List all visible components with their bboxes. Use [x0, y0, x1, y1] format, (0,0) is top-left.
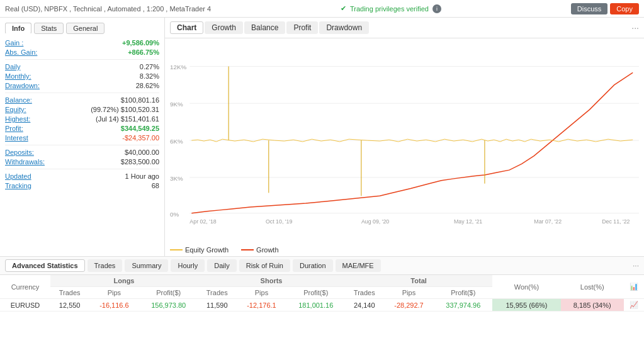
growth-dot — [241, 249, 254, 250]
interest-value: -$24,357.00 — [122, 134, 159, 142]
chart-tab-growth[interactable]: Growth — [205, 21, 243, 34]
longs-pips: Pips — [89, 287, 139, 299]
gain-row: Gain : +9,586.09% — [5, 39, 159, 47]
shorts-trades: Trades — [198, 287, 236, 299]
left-panel: Info Stats General Gain : +9,586.09% Abs… — [0, 18, 165, 256]
equity-label[interactable]: Equity: — [5, 106, 26, 113]
total-profit: Profit($) — [434, 287, 493, 299]
bottom-panel: Advanced Statistics Trades Summary Hourl… — [0, 257, 644, 343]
shorts-profit: Profit($) — [286, 287, 345, 299]
chart-tab-profit[interactable]: Profit — [286, 21, 318, 34]
right-panel: Chart Growth Balance Profit Drawdown ···… — [165, 18, 644, 256]
legend-equity: Equity Growth — [170, 246, 229, 254]
chart-area: 12K% 9K% 6K% 3K% 0% Apr 02, '18 Oct 10, … — [165, 38, 644, 244]
growth-label: Growth — [256, 246, 278, 254]
x-label-6: Dec 11, '22 — [602, 218, 630, 225]
equity-dot — [170, 249, 183, 250]
col-group-longs: Longs — [50, 275, 198, 287]
drawdown-value: 28.62% — [136, 82, 159, 89]
y-label-3k: 3K% — [170, 175, 183, 182]
tab-stats[interactable]: Stats — [34, 23, 64, 34]
monthly-row: Monthly: 8.32% — [5, 72, 159, 80]
chart-more-icon[interactable]: ··· — [631, 23, 639, 33]
y-label-0: 0% — [170, 211, 179, 218]
gain-value: +9,586.09% — [122, 39, 159, 47]
group-header-row: Currency Longs Shorts Total Won(%) Lost(… — [0, 275, 644, 287]
x-label-4: May 12, '21 — [454, 218, 482, 225]
withdrawals-label[interactable]: Withdrawals: — [5, 158, 45, 166]
adv-tab-hourly[interactable]: Hourly — [171, 259, 205, 272]
adv-tab-advanced-statistics[interactable]: Advanced Statistics — [5, 259, 85, 272]
col-currency: Currency — [0, 275, 50, 299]
chart-tab-chart[interactable]: Chart — [170, 21, 203, 34]
x-label-5: Mar 07, '22 — [534, 218, 562, 225]
stats-table-wrapper: Currency Longs Shorts Total Won(%) Lost(… — [0, 275, 644, 312]
main-content: Info Stats General Gain : +9,586.09% Abs… — [0, 18, 644, 257]
monthly-value: 8.32% — [140, 72, 159, 80]
longs-trades: Trades — [50, 287, 89, 299]
y-label-9k: 9K% — [170, 101, 183, 108]
cell-chart-icon[interactable]: 📈 — [624, 299, 644, 312]
cell-total-trades: 24,140 — [345, 299, 383, 312]
copy-button[interactable]: Copy — [610, 3, 639, 14]
longs-profit: Profit($) — [139, 287, 198, 299]
equity-label: Equity Growth — [185, 246, 229, 254]
table-row: EURUSD 12,550 -16,116.6 156,973.80 11,59… — [0, 299, 644, 312]
daily-row: Daily 0.27% — [5, 63, 159, 70]
withdrawals-value: $283,500.00 — [121, 158, 159, 166]
cell-total-pips: -28,292.7 — [383, 299, 434, 312]
balance-value: $100,801.16 — [121, 96, 159, 104]
profit-value: $344,549.25 — [121, 125, 159, 132]
x-label-3: Aug 09, '20 — [361, 218, 389, 225]
tab-general[interactable]: General — [66, 23, 105, 34]
verified-status: ✔ Trading privileges verified i — [341, 4, 441, 13]
interest-row: Interest -$24,357.00 — [5, 134, 159, 142]
balance-label[interactable]: Balance: — [5, 96, 32, 104]
discuss-button[interactable]: Discuss — [571, 3, 608, 14]
adv-tab-duration[interactable]: Duration — [293, 259, 333, 272]
tracking-row: Tracking 68 — [5, 182, 159, 189]
x-label-1: Apr 02, '18 — [189, 218, 216, 225]
balance-row: Balance: $100,801.16 — [5, 96, 159, 104]
advanced-tab-row: Advanced Statistics Trades Summary Hourl… — [0, 257, 644, 275]
daily-label[interactable]: Daily — [5, 63, 20, 70]
abs-gain-label[interactable]: Abs. Gain: — [5, 48, 37, 56]
highest-label[interactable]: Highest: — [5, 115, 30, 123]
cell-longs-trades: 12,550 — [50, 299, 89, 312]
col-group-shorts: Shorts — [198, 275, 345, 287]
updated-value: 1 Hour ago — [125, 172, 159, 180]
col-actions: 📊 — [624, 275, 644, 299]
adv-more-icon[interactable]: ··· — [633, 261, 639, 270]
stats-table: Currency Longs Shorts Total Won(%) Lost(… — [0, 275, 644, 312]
abs-gain-value: +866.75% — [128, 48, 159, 56]
account-info: Real (USD), NPBFX , Technical , Automate… — [5, 5, 211, 13]
chart-tab-balance[interactable]: Balance — [244, 21, 285, 34]
adv-tab-daily[interactable]: Daily — [207, 259, 236, 272]
tracking-value: 68 — [152, 182, 159, 189]
cell-shorts-trades: 11,590 — [198, 299, 236, 312]
legend-growth: Growth — [241, 246, 278, 254]
cell-shorts-profit: 181,001.16 — [286, 299, 345, 312]
chart-tab-drawdown[interactable]: Drawdown — [319, 21, 369, 34]
gain-label[interactable]: Gain : — [5, 39, 23, 47]
tab-info[interactable]: Info — [5, 23, 31, 34]
adv-tab-risk-of-ruin[interactable]: Risk of Ruin — [239, 259, 290, 272]
interest-label[interactable]: Interest — [5, 134, 28, 142]
verified-text: Trading privileges verified — [350, 5, 429, 13]
drawdown-label[interactable]: Drawdown: — [5, 82, 40, 89]
adv-tab-mae-mfe[interactable]: MAE/MFE — [336, 259, 381, 272]
cell-lost: 8,185 (34%) — [561, 299, 624, 312]
highest-row: Highest: (Jul 14) $151,401.61 — [5, 115, 159, 123]
equity-row: Equity: (99.72%) $100,520.31 — [5, 106, 159, 113]
cell-won: 15,955 (66%) — [492, 299, 561, 312]
deposits-value: $40,000.00 — [125, 149, 159, 156]
cell-currency: EURUSD — [0, 299, 50, 312]
profit-label[interactable]: Profit: — [5, 125, 23, 132]
chart-legend: Equity Growth Growth — [165, 244, 644, 256]
adv-tab-summary[interactable]: Summary — [125, 259, 168, 272]
tracking-label: Tracking — [5, 182, 31, 189]
adv-tab-trades[interactable]: Trades — [88, 259, 123, 272]
monthly-label[interactable]: Monthly: — [5, 72, 31, 80]
deposits-label[interactable]: Deposits: — [5, 149, 34, 156]
equity-value: (99.72%) $100,520.31 — [91, 106, 159, 113]
